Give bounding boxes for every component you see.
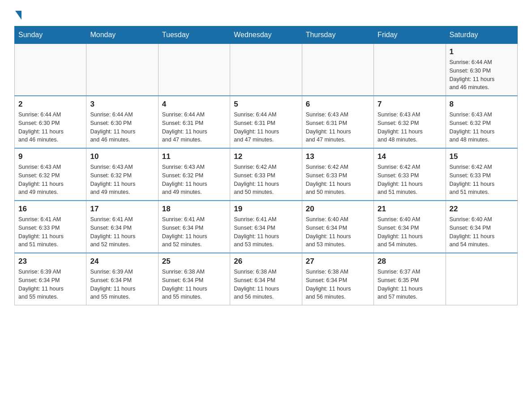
calendar-cell: 1Sunrise: 6:44 AMSunset: 6:30 PMDaylight… bbox=[446, 44, 517, 96]
day-number: 13 bbox=[306, 152, 370, 161]
calendar-cell: 25Sunrise: 6:38 AMSunset: 6:34 PMDayligh… bbox=[158, 253, 230, 305]
calendar-cell: 2Sunrise: 6:44 AMSunset: 6:30 PMDaylight… bbox=[15, 96, 86, 148]
calendar-cell bbox=[15, 44, 86, 96]
day-header-tuesday: Tuesday bbox=[158, 26, 230, 44]
day-info: Sunrise: 6:43 AMSunset: 6:32 PMDaylight:… bbox=[18, 163, 82, 197]
calendar-cell bbox=[302, 44, 373, 96]
calendar-cell: 5Sunrise: 6:44 AMSunset: 6:31 PMDaylight… bbox=[230, 96, 302, 148]
day-header-friday: Friday bbox=[374, 26, 446, 44]
day-number: 1 bbox=[450, 47, 514, 56]
day-header-monday: Monday bbox=[86, 26, 158, 44]
day-number: 14 bbox=[378, 152, 442, 161]
day-number: 17 bbox=[90, 205, 154, 214]
calendar-cell: 14Sunrise: 6:42 AMSunset: 6:33 PMDayligh… bbox=[374, 148, 446, 201]
calendar-cell: 26Sunrise: 6:38 AMSunset: 6:34 PMDayligh… bbox=[230, 253, 302, 305]
calendar-cell: 3Sunrise: 6:44 AMSunset: 6:30 PMDaylight… bbox=[86, 96, 158, 148]
calendar-cell: 27Sunrise: 6:38 AMSunset: 6:34 PMDayligh… bbox=[302, 253, 373, 305]
day-number: 23 bbox=[18, 257, 82, 266]
day-number: 7 bbox=[378, 100, 442, 109]
day-number: 12 bbox=[234, 152, 298, 161]
day-info: Sunrise: 6:40 AMSunset: 6:34 PMDaylight:… bbox=[378, 215, 442, 249]
day-number: 19 bbox=[234, 205, 298, 214]
day-info: Sunrise: 6:44 AMSunset: 6:31 PMDaylight:… bbox=[162, 111, 226, 144]
calendar-week-row: 23Sunrise: 6:39 AMSunset: 6:34 PMDayligh… bbox=[15, 253, 518, 305]
day-info: Sunrise: 6:41 AMSunset: 6:34 PMDaylight:… bbox=[162, 215, 226, 249]
calendar-cell: 20Sunrise: 6:40 AMSunset: 6:34 PMDayligh… bbox=[302, 201, 373, 253]
calendar-cell: 4Sunrise: 6:44 AMSunset: 6:31 PMDaylight… bbox=[158, 96, 230, 148]
calendar-cell: 18Sunrise: 6:41 AMSunset: 6:34 PMDayligh… bbox=[158, 201, 230, 253]
day-info: Sunrise: 6:41 AMSunset: 6:34 PMDaylight:… bbox=[90, 215, 154, 249]
day-info: Sunrise: 6:42 AMSunset: 6:33 PMDaylight:… bbox=[378, 163, 442, 197]
day-header-wednesday: Wednesday bbox=[230, 26, 302, 44]
calendar-cell: 7Sunrise: 6:43 AMSunset: 6:32 PMDaylight… bbox=[374, 96, 446, 148]
calendar-cell: 28Sunrise: 6:37 AMSunset: 6:35 PMDayligh… bbox=[374, 253, 446, 305]
day-info: Sunrise: 6:39 AMSunset: 6:34 PMDaylight:… bbox=[18, 268, 82, 301]
calendar-week-row: 9Sunrise: 6:43 AMSunset: 6:32 PMDaylight… bbox=[15, 148, 518, 201]
day-info: Sunrise: 6:38 AMSunset: 6:34 PMDaylight:… bbox=[306, 268, 370, 301]
day-info: Sunrise: 6:43 AMSunset: 6:32 PMDaylight:… bbox=[378, 111, 442, 144]
logo bbox=[14, 11, 21, 19]
calendar-cell bbox=[158, 44, 230, 96]
day-info: Sunrise: 6:44 AMSunset: 6:30 PMDaylight:… bbox=[450, 58, 514, 92]
page-header bbox=[14, 11, 518, 19]
day-info: Sunrise: 6:38 AMSunset: 6:34 PMDaylight:… bbox=[234, 268, 298, 301]
day-header-sunday: Sunday bbox=[15, 26, 86, 44]
day-number: 25 bbox=[162, 257, 226, 266]
calendar-cell: 6Sunrise: 6:43 AMSunset: 6:31 PMDaylight… bbox=[302, 96, 373, 148]
day-info: Sunrise: 6:42 AMSunset: 6:33 PMDaylight:… bbox=[306, 163, 370, 197]
calendar-cell bbox=[446, 253, 517, 305]
day-number: 28 bbox=[378, 257, 442, 266]
day-info: Sunrise: 6:42 AMSunset: 6:33 PMDaylight:… bbox=[234, 163, 298, 197]
calendar-cell: 21Sunrise: 6:40 AMSunset: 6:34 PMDayligh… bbox=[374, 201, 446, 253]
day-info: Sunrise: 6:43 AMSunset: 6:32 PMDaylight:… bbox=[90, 163, 154, 197]
calendar-cell bbox=[230, 44, 302, 96]
calendar-table: SundayMondayTuesdayWednesdayThursdayFrid… bbox=[14, 26, 518, 305]
day-info: Sunrise: 6:40 AMSunset: 6:34 PMDaylight:… bbox=[450, 215, 514, 249]
calendar-cell: 24Sunrise: 6:39 AMSunset: 6:34 PMDayligh… bbox=[86, 253, 158, 305]
calendar-week-row: 2Sunrise: 6:44 AMSunset: 6:30 PMDaylight… bbox=[15, 96, 518, 148]
day-info: Sunrise: 6:39 AMSunset: 6:34 PMDaylight:… bbox=[90, 268, 154, 301]
day-info: Sunrise: 6:40 AMSunset: 6:34 PMDaylight:… bbox=[306, 215, 370, 249]
calendar-cell: 23Sunrise: 6:39 AMSunset: 6:34 PMDayligh… bbox=[15, 253, 86, 305]
calendar-cell bbox=[86, 44, 158, 96]
day-number: 8 bbox=[450, 100, 514, 109]
calendar-cell: 16Sunrise: 6:41 AMSunset: 6:33 PMDayligh… bbox=[15, 201, 86, 253]
day-header-thursday: Thursday bbox=[302, 26, 373, 44]
calendar-cell bbox=[374, 44, 446, 96]
day-info: Sunrise: 6:41 AMSunset: 6:34 PMDaylight:… bbox=[234, 215, 298, 249]
day-number: 24 bbox=[90, 257, 154, 266]
calendar-body: 1Sunrise: 6:44 AMSunset: 6:30 PMDaylight… bbox=[15, 44, 518, 305]
day-info: Sunrise: 6:43 AMSunset: 6:32 PMDaylight:… bbox=[162, 163, 226, 197]
calendar-cell: 22Sunrise: 6:40 AMSunset: 6:34 PMDayligh… bbox=[446, 201, 517, 253]
calendar-week-row: 16Sunrise: 6:41 AMSunset: 6:33 PMDayligh… bbox=[15, 201, 518, 253]
calendar-cell: 17Sunrise: 6:41 AMSunset: 6:34 PMDayligh… bbox=[86, 201, 158, 253]
day-info: Sunrise: 6:38 AMSunset: 6:34 PMDaylight:… bbox=[162, 268, 226, 301]
calendar-header-row: SundayMondayTuesdayWednesdayThursdayFrid… bbox=[15, 26, 518, 44]
day-number: 6 bbox=[306, 100, 370, 109]
calendar-cell: 8Sunrise: 6:43 AMSunset: 6:32 PMDaylight… bbox=[446, 96, 517, 148]
calendar-cell: 13Sunrise: 6:42 AMSunset: 6:33 PMDayligh… bbox=[302, 148, 373, 201]
day-number: 21 bbox=[378, 205, 442, 214]
calendar-cell: 11Sunrise: 6:43 AMSunset: 6:32 PMDayligh… bbox=[158, 148, 230, 201]
day-number: 3 bbox=[90, 100, 154, 109]
day-number: 22 bbox=[450, 205, 514, 214]
calendar-week-row: 1Sunrise: 6:44 AMSunset: 6:30 PMDaylight… bbox=[15, 44, 518, 96]
day-number: 10 bbox=[90, 152, 154, 161]
day-number: 4 bbox=[162, 100, 226, 109]
day-number: 20 bbox=[306, 205, 370, 214]
calendar-cell: 10Sunrise: 6:43 AMSunset: 6:32 PMDayligh… bbox=[86, 148, 158, 201]
logo-arrow-icon bbox=[15, 11, 21, 20]
day-number: 5 bbox=[234, 100, 298, 109]
day-info: Sunrise: 6:41 AMSunset: 6:33 PMDaylight:… bbox=[18, 215, 82, 249]
day-number: 9 bbox=[18, 152, 82, 161]
day-header-saturday: Saturday bbox=[446, 26, 517, 44]
day-number: 26 bbox=[234, 257, 298, 266]
day-number: 11 bbox=[162, 152, 226, 161]
day-number: 2 bbox=[18, 100, 82, 109]
day-info: Sunrise: 6:44 AMSunset: 6:31 PMDaylight:… bbox=[234, 111, 298, 144]
day-info: Sunrise: 6:43 AMSunset: 6:31 PMDaylight:… bbox=[306, 111, 370, 144]
calendar-cell: 19Sunrise: 6:41 AMSunset: 6:34 PMDayligh… bbox=[230, 201, 302, 253]
day-number: 15 bbox=[450, 152, 514, 161]
calendar-cell: 12Sunrise: 6:42 AMSunset: 6:33 PMDayligh… bbox=[230, 148, 302, 201]
day-info: Sunrise: 6:37 AMSunset: 6:35 PMDaylight:… bbox=[378, 268, 442, 301]
